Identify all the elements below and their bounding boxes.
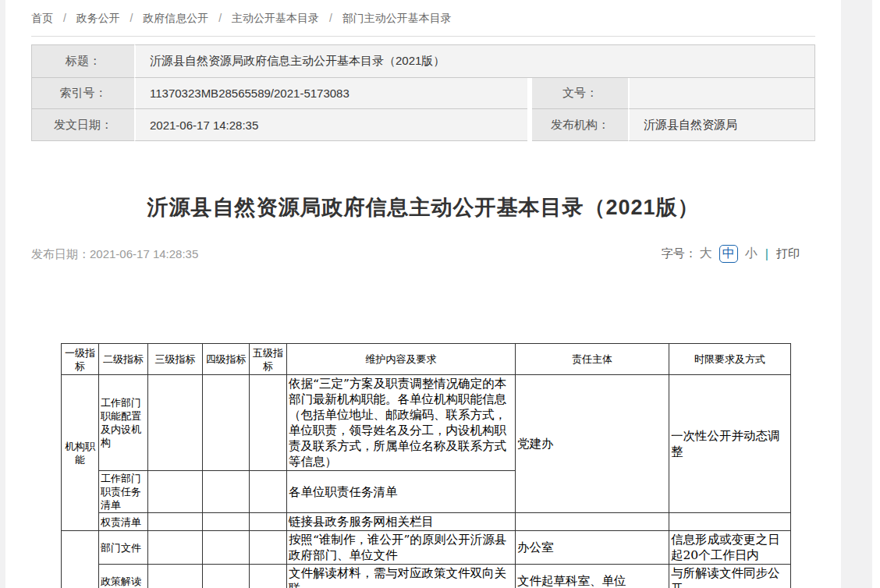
header-level1: 一级指标 bbox=[62, 344, 99, 375]
publish-date-value: 2021-06-17 14:28:35 bbox=[90, 247, 198, 260]
header-deadline: 时限要求及方式 bbox=[669, 344, 791, 375]
cell-empty bbox=[250, 471, 287, 513]
font-size-large-button[interactable]: 大 bbox=[700, 246, 712, 262]
cell-empty bbox=[203, 375, 250, 471]
table-row: 部门文件 按照“谁制作，谁公开”的原则公开沂源县政府部门、单位文件 办公室 信息… bbox=[62, 531, 791, 565]
font-size-label: 字号： bbox=[662, 246, 697, 261]
table-row: 机构职能 工作部门职能配置及内设机构 依据“三定”方案及职责调整情况确定的本部门… bbox=[62, 375, 791, 471]
breadcrumb-home[interactable]: 首页 bbox=[31, 12, 53, 24]
cell-empty bbox=[203, 513, 250, 531]
header-level2: 二级指标 bbox=[99, 344, 148, 375]
breadcrumb-separator: / bbox=[218, 12, 222, 24]
doc-index-value: 11370323MB28565589/2021-5173083 bbox=[134, 78, 527, 109]
cell-owner: 党建办 bbox=[516, 375, 669, 513]
doc-agency-value: 沂源县自然资源局 bbox=[628, 109, 815, 141]
breadcrumb-basic-catalog[interactable]: 主动公开基本目录 bbox=[232, 12, 319, 24]
cell-level2: 权责清单 bbox=[99, 513, 148, 531]
cell-empty bbox=[669, 513, 791, 531]
page-title: 沂源县自然资源局政府信息主动公开基本目录（2021版） bbox=[31, 193, 815, 221]
cell-empty bbox=[250, 565, 287, 588]
font-size-controls: 字号： 大 中 小 | 打印 bbox=[662, 245, 800, 263]
breadcrumb: 首页 / 政务公开 / 政府信息公开 / 主动公开基本目录 / 部门主动公开基本… bbox=[31, 12, 452, 26]
table-row: 权责清单 链接县政务服务网相关栏目 bbox=[62, 513, 791, 531]
header-level4: 四级指标 bbox=[203, 344, 250, 375]
cell-deadline: 与所解读文件同步公开 bbox=[669, 565, 791, 588]
breadcrumb-separator: / bbox=[130, 12, 133, 24]
cell-level2: 工作部门职能配置及内设机构 bbox=[99, 375, 148, 471]
publish-date: 发布日期：2021-06-17 14:28:35 bbox=[31, 247, 198, 262]
breadcrumb-separator: / bbox=[63, 12, 66, 24]
cell-empty bbox=[148, 531, 203, 565]
cell-empty bbox=[148, 375, 203, 471]
header-level3: 三级指标 bbox=[148, 344, 203, 375]
breadcrumb-separator: / bbox=[329, 12, 332, 24]
cell-empty bbox=[148, 471, 203, 513]
cell-content: 依据“三定”方案及职责调整情况确定的本部门最新机构职能。各单位机构职能信息（包括… bbox=[287, 375, 516, 471]
header-content: 维护内容及要求 bbox=[287, 344, 516, 375]
header-owner: 责任主体 bbox=[516, 344, 669, 375]
cell-deadline: 一次性公开并动态调整 bbox=[669, 375, 791, 513]
breadcrumb-info-disclosure[interactable]: 政府信息公开 bbox=[143, 12, 208, 24]
page: 首页 / 政务公开 / 政府信息公开 / 主动公开基本目录 / 部门主动公开基本… bbox=[0, 0, 880, 588]
doc-number-label: 文号： bbox=[532, 78, 628, 109]
cell-level1 bbox=[62, 531, 99, 588]
doc-index-label: 索引号： bbox=[31, 78, 134, 109]
cell-owner: 办公室 bbox=[516, 531, 669, 565]
cell-empty bbox=[148, 565, 203, 588]
doc-title-value: 沂源县自然资源局政府信息主动公开基本目录（2021版） bbox=[134, 44, 815, 78]
cell-owner: 文件起草科室、单位 bbox=[516, 565, 669, 588]
publish-date-label: 发布日期： bbox=[31, 247, 90, 260]
cell-deadline: 信息形成或变更之日起20个工作日内 bbox=[669, 531, 791, 565]
page-left-margin bbox=[0, 0, 5, 588]
cell-level1-jigou: 机构职能 bbox=[62, 375, 99, 531]
breadcrumb-dept-catalog[interactable]: 部门主动公开基本目录 bbox=[342, 12, 452, 24]
cell-empty bbox=[203, 471, 250, 513]
doc-number-value bbox=[628, 78, 815, 109]
cell-empty bbox=[516, 513, 669, 531]
cell-level2: 工作部门职责任务清单 bbox=[99, 471, 148, 513]
catalog-table: 一级指标 二级指标 三级指标 四级指标 五级指标 维护内容及要求 责任主体 时限… bbox=[61, 343, 791, 588]
cell-empty bbox=[148, 513, 203, 531]
font-size-medium-button[interactable]: 中 bbox=[719, 245, 738, 263]
cell-empty bbox=[250, 375, 287, 471]
cell-level2: 部门文件 bbox=[99, 531, 148, 565]
breadcrumb-zhengwu[interactable]: 政务公开 bbox=[76, 12, 120, 24]
document-info-table: 标题： 沂源县自然资源局政府信息主动公开基本目录（2021版） 索引号： 113… bbox=[31, 44, 815, 141]
cell-empty bbox=[203, 565, 250, 588]
cell-content: 各单位职责任务清单 bbox=[287, 471, 516, 513]
scrollbar-track[interactable] bbox=[841, 0, 872, 588]
table-row: 政策解读 文件解读材料，需与对应政策文件双向关联 文件起草科室、单位 与所解读文… bbox=[62, 565, 791, 588]
article-meta-row: 发布日期：2021-06-17 14:28:35 字号： 大 中 小 | 打印 bbox=[31, 245, 815, 265]
cell-content: 文件解读材料，需与对应政策文件双向关联 bbox=[287, 565, 516, 588]
print-button[interactable]: 打印 bbox=[776, 246, 800, 261]
header-level5: 五级指标 bbox=[250, 344, 287, 375]
breadcrumb-divider bbox=[31, 36, 815, 37]
font-size-small-button[interactable]: 小 bbox=[745, 246, 758, 262]
cell-level2: 政策解读 bbox=[99, 565, 148, 588]
doc-title-label: 标题： bbox=[31, 44, 134, 78]
doc-agency-label: 发布机构： bbox=[532, 109, 628, 141]
doc-date-label: 发文日期： bbox=[31, 109, 134, 141]
meta-divider: | bbox=[765, 247, 768, 261]
doc-date-value: 2021-06-17 14:28:35 bbox=[134, 109, 527, 141]
cell-empty bbox=[250, 531, 287, 565]
cell-empty bbox=[203, 531, 250, 565]
cell-empty bbox=[250, 513, 287, 531]
cell-content: 链接县政务服务网相关栏目 bbox=[287, 513, 516, 531]
cell-content: 按照“谁制作，谁公开”的原则公开沂源县政府部门、单位文件 bbox=[287, 531, 516, 565]
table-header-row: 一级指标 二级指标 三级指标 四级指标 五级指标 维护内容及要求 责任主体 时限… bbox=[62, 344, 791, 375]
